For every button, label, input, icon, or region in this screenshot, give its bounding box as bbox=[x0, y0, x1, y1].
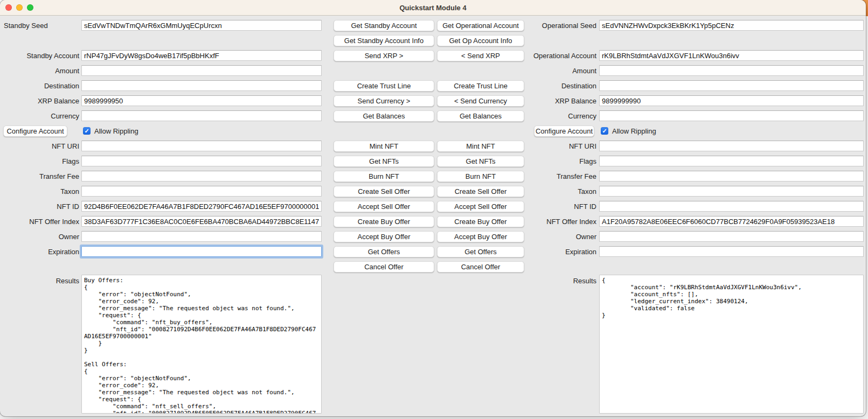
standby-results-text[interactable]: Buy Offers: { "error": "objectNotFound",… bbox=[81, 275, 322, 414]
standby-results-label: Results bbox=[0, 274, 79, 413]
operational-owner-label: Owner bbox=[526, 229, 596, 244]
operational-amount-input[interactable] bbox=[599, 65, 864, 76]
get-standby-account-button[interactable]: Get Standby Account bbox=[334, 20, 434, 31]
operational-nft-uri-label: NFT URI bbox=[526, 138, 596, 153]
standby-transfer-fee-label: Transfer Fee bbox=[0, 169, 79, 184]
operational-accept-sell-offer-button[interactable]: Accept Sell Offer bbox=[437, 201, 524, 212]
operational-expiration-label: Expiration bbox=[526, 244, 596, 259]
operational-cancel-offer-button[interactable]: Cancel Offer bbox=[437, 261, 524, 273]
operational-xrp-balance-label: XRP Balance bbox=[526, 93, 596, 108]
operational-seed-label: Operational Seed bbox=[526, 18, 596, 33]
standby-owner-input[interactable] bbox=[81, 231, 322, 242]
operational-nft-offer-index-label: NFT Offer Index bbox=[526, 214, 596, 229]
operational-get-offers-button[interactable]: Get Offers bbox=[437, 246, 524, 257]
operational-nft-offer-index-input[interactable] bbox=[599, 216, 864, 227]
operational-results-label: Results bbox=[526, 274, 596, 413]
standby-create-sell-offer-button[interactable]: Create Sell Offer bbox=[334, 186, 434, 197]
app-window: Quickstart Module 4 Standby Seed Get Sta… bbox=[0, 0, 866, 416]
close-button[interactable] bbox=[5, 4, 12, 11]
standby-accept-buy-offer-button[interactable]: Accept Buy Offer bbox=[334, 231, 434, 242]
title-bar[interactable]: Quickstart Module 4 bbox=[0, 0, 866, 16]
operational-owner-input[interactable] bbox=[599, 231, 864, 242]
operational-get-balances-button[interactable]: Get Balances bbox=[437, 110, 524, 122]
standby-currency-input[interactable] bbox=[81, 110, 322, 121]
standby-expiration-input[interactable] bbox=[81, 246, 322, 257]
operational-mint-nft-button[interactable]: Mint NFT bbox=[437, 141, 524, 152]
zoom-button[interactable] bbox=[27, 4, 33, 11]
operational-results-text[interactable]: { "account": "rK9LBRhStdmtAaVdJXGVF1LnKW… bbox=[599, 275, 864, 414]
operational-taxon-input[interactable] bbox=[599, 186, 864, 197]
standby-currency-label: Currency bbox=[0, 108, 79, 123]
operational-allow-rippling-checkbox[interactable]: ✓ bbox=[601, 127, 608, 135]
standby-get-offers-button[interactable]: Get Offers bbox=[334, 246, 434, 257]
standby-amount-input[interactable] bbox=[81, 65, 322, 76]
standby-cancel-offer-button[interactable]: Cancel Offer bbox=[334, 261, 434, 273]
standby-seed-label: Standby Seed bbox=[0, 18, 79, 33]
operational-seed-input[interactable] bbox=[599, 20, 864, 31]
standby-mint-nft-button[interactable]: Mint NFT bbox=[334, 141, 434, 152]
operational-flags-label: Flags bbox=[526, 153, 596, 169]
get-op-account-info-button[interactable]: Get Op Account Info bbox=[437, 35, 524, 46]
operational-currency-input[interactable] bbox=[599, 110, 864, 121]
send-currency-left-button[interactable]: < Send Currency bbox=[437, 95, 524, 107]
operational-amount-label: Amount bbox=[526, 63, 596, 78]
operational-get-nfts-button[interactable]: Get NFTs bbox=[437, 156, 524, 167]
minimize-button[interactable] bbox=[16, 4, 23, 11]
operational-configure-account-button[interactable]: Configure Account bbox=[534, 125, 594, 137]
operational-destination-label: Destination bbox=[526, 78, 596, 93]
standby-nft-uri-input[interactable] bbox=[81, 141, 322, 151]
get-standby-account-info-button[interactable]: Get Standby Account Info bbox=[334, 35, 434, 46]
operational-burn-nft-button[interactable]: Burn NFT bbox=[437, 171, 524, 182]
standby-seed-input[interactable] bbox=[81, 20, 322, 31]
standby-nft-uri-label: NFT URI bbox=[0, 138, 79, 153]
window-title: Quickstart Module 4 bbox=[399, 4, 466, 12]
operational-transfer-fee-input[interactable] bbox=[599, 171, 864, 181]
standby-create-trust-line-button[interactable]: Create Trust Line bbox=[334, 80, 434, 92]
standby-flags-label: Flags bbox=[0, 153, 79, 169]
operational-accept-buy-offer-button[interactable]: Accept Buy Offer bbox=[437, 231, 524, 242]
standby-get-nfts-button[interactable]: Get NFTs bbox=[334, 156, 434, 167]
standby-accept-sell-offer-button[interactable]: Accept Sell Offer bbox=[334, 201, 434, 212]
operational-expiration-input[interactable] bbox=[599, 246, 864, 257]
standby-allow-rippling-checkbox[interactable]: ✓ bbox=[83, 127, 91, 135]
standby-destination-input[interactable] bbox=[81, 80, 322, 91]
standby-allow-rippling-row: ✓ Allow Rippling bbox=[81, 123, 322, 138]
window-controls bbox=[5, 4, 33, 11]
standby-allow-rippling-label: Allow Rippling bbox=[94, 127, 138, 135]
standby-destination-label: Destination bbox=[0, 78, 79, 93]
standby-xrp-balance-input[interactable] bbox=[81, 95, 322, 106]
standby-nft-id-input[interactable] bbox=[81, 201, 322, 212]
send-xrp-left-button[interactable]: < Send XRP bbox=[437, 50, 524, 61]
operational-nft-uri-input[interactable] bbox=[599, 141, 864, 151]
standby-nft-offer-index-label: NFT Offer Index bbox=[0, 214, 79, 229]
operational-destination-input[interactable] bbox=[599, 80, 864, 91]
operational-allow-rippling-label: Allow Rippling bbox=[612, 127, 656, 135]
check-icon: ✓ bbox=[602, 128, 607, 134]
send-currency-right-button[interactable]: Send Currency > bbox=[334, 95, 434, 107]
operational-xrp-balance-input[interactable] bbox=[599, 95, 864, 106]
operational-create-trust-line-button[interactable]: Create Trust Line bbox=[437, 80, 524, 92]
standby-account-label: Standby Account bbox=[0, 48, 79, 63]
operational-nft-id-input[interactable] bbox=[599, 201, 864, 212]
standby-account-input[interactable] bbox=[81, 50, 322, 61]
operational-create-buy-offer-button[interactable]: Create Buy Offer bbox=[437, 216, 524, 227]
operational-create-sell-offer-button[interactable]: Create Sell Offer bbox=[437, 186, 524, 197]
operational-taxon-label: Taxon bbox=[526, 184, 596, 199]
operational-currency-label: Currency bbox=[526, 108, 596, 123]
standby-nft-offer-index-input[interactable] bbox=[81, 216, 322, 227]
standby-get-balances-button[interactable]: Get Balances bbox=[334, 110, 434, 122]
get-operational-account-button[interactable]: Get Operational Account bbox=[437, 20, 524, 31]
operational-account-input[interactable] bbox=[599, 50, 864, 61]
standby-flags-input[interactable] bbox=[81, 156, 322, 166]
standby-configure-wrap: Configure Account bbox=[0, 123, 79, 138]
send-xrp-right-button[interactable]: Send XRP > bbox=[334, 50, 434, 61]
operational-flags-input[interactable] bbox=[599, 156, 864, 166]
main-content: Standby Seed Get Standby Account Get Ope… bbox=[0, 16, 866, 416]
standby-taxon-input[interactable] bbox=[81, 186, 322, 197]
standby-configure-account-button[interactable]: Configure Account bbox=[3, 125, 67, 137]
standby-burn-nft-button[interactable]: Burn NFT bbox=[334, 171, 434, 182]
check-icon: ✓ bbox=[84, 128, 89, 134]
standby-transfer-fee-input[interactable] bbox=[81, 171, 322, 181]
standby-nft-id-label: NFT ID bbox=[0, 199, 79, 214]
standby-create-buy-offer-button[interactable]: Create Buy Offer bbox=[334, 216, 434, 227]
